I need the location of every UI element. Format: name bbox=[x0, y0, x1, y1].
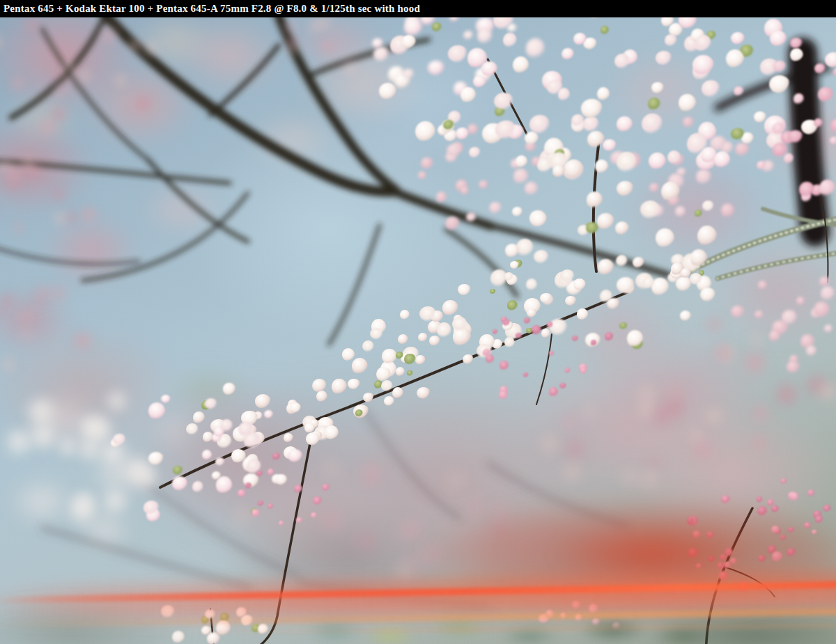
vignette bbox=[0, 0, 836, 644]
caption-text: Pentax 645 + Kodak Ektar 100 + Pentax 64… bbox=[0, 0, 836, 17]
caption-bar: Pentax 645 + Kodak Ektar 100 + Pentax 64… bbox=[0, 0, 836, 17]
photo-frame: Pentax 645 + Kodak Ektar 100 + Pentax 64… bbox=[0, 0, 836, 644]
photograph-cherry-blossoms bbox=[0, 0, 836, 644]
